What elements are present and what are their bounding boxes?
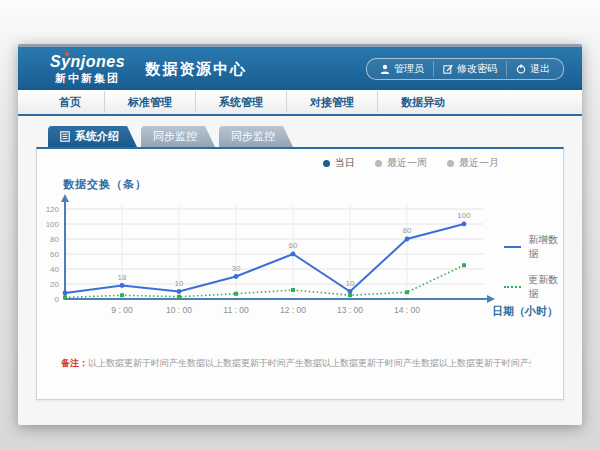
x-tick-label: 11 : 00	[223, 305, 249, 315]
chart-panel: 当日 最近一周 最近一月 数据交换（条） 0204060801001209 : …	[36, 147, 564, 400]
user-icon	[380, 64, 390, 74]
chart-area: 0204060801001209 : 0010 : 0011 : 0012 : …	[35, 193, 509, 327]
y-axis-arrow-icon	[61, 194, 69, 202]
radio-last-week-label: 最近一周	[387, 156, 427, 170]
time-range-radio-group: 当日 最近一周 最近一月	[323, 156, 499, 170]
legend-item-new-data: 新增数据	[504, 233, 563, 261]
admin-user-label: 管理员	[394, 62, 424, 76]
tab-system-intro[interactable]: 系统介绍	[48, 126, 137, 147]
radio-last-month[interactable]: 最近一月	[447, 156, 499, 170]
footnote-text: 以上数据更新于时间产生数据以上数据更新于时间产生数据以上数据更新于时间产生数据以…	[88, 358, 531, 368]
y-tick-label: 40	[50, 265, 59, 274]
brand-logo-accent-dot	[65, 52, 69, 56]
y-tick-label: 20	[50, 280, 59, 289]
y-tick-label: 0	[55, 295, 60, 304]
brand-logo-cn: 新中新集团	[50, 73, 125, 84]
content-area: 系统介绍 同步监控 同步监控 当日 最近一周	[18, 116, 582, 400]
radio-last-week[interactable]: 最近一周	[375, 156, 427, 170]
nav-item-interface-mgmt[interactable]: 对接管理	[286, 91, 377, 113]
document-icon	[60, 131, 70, 142]
data-point	[348, 289, 353, 294]
data-point	[120, 283, 125, 288]
data-point	[291, 252, 296, 257]
x-tick-label: 9 : 00	[111, 305, 133, 315]
legend-line-dotted-icon	[504, 286, 521, 288]
nav-item-system-mgmt[interactable]: 系统管理	[195, 91, 286, 113]
brand-logo-en: Synjones	[50, 54, 125, 70]
page-title: 数据资源中心	[145, 58, 247, 79]
data-point-label: 30	[232, 264, 241, 273]
radio-today[interactable]: 当日	[323, 156, 355, 170]
x-tick-label: 12 : 00	[280, 305, 306, 315]
chart-legend: 新增数据 更新数据	[504, 233, 563, 301]
app-window: Synjones 新中新集团 数据资源中心 管理员 修改密码	[18, 44, 582, 425]
data-point	[462, 263, 466, 267]
tab-sync-monitor-2-label: 同步监控	[231, 126, 275, 147]
footnote: 备注：以上数据更新于时间产生数据以上数据更新于时间产生数据以上数据更新于时间产生…	[61, 357, 531, 370]
legend-updated-data-label: 更新数据	[528, 273, 563, 301]
data-point	[462, 222, 467, 227]
footnote-prefix: 备注：	[61, 358, 88, 368]
nav-item-standard-mgmt[interactable]: 标准管理	[104, 91, 195, 113]
data-point-label: 80	[403, 226, 412, 235]
logout-button[interactable]: 退出	[506, 61, 559, 77]
data-point	[120, 293, 124, 297]
x-axis-title: 日期（小时）	[492, 304, 558, 319]
radio-dot-icon	[447, 160, 454, 167]
data-point	[348, 293, 352, 297]
radio-dot-icon	[323, 160, 330, 167]
data-point	[63, 296, 67, 300]
data-point	[291, 288, 295, 292]
legend-line-solid-icon	[504, 246, 521, 248]
data-point	[63, 291, 68, 296]
tab-sync-monitor-1-label: 同步监控	[153, 126, 197, 147]
legend-item-updated-data: 更新数据	[504, 273, 563, 301]
y-tick-label: 120	[46, 205, 60, 214]
data-point-label: 100	[457, 211, 471, 220]
legend-new-data-label: 新增数据	[528, 233, 563, 261]
x-axis-arrow-icon	[487, 295, 495, 303]
main-nav: 首页 标准管理 系统管理 对接管理 数据异动	[18, 90, 582, 116]
admin-user-button[interactable]: 管理员	[371, 61, 433, 77]
data-point	[234, 292, 238, 296]
radio-last-month-label: 最近一月	[459, 156, 499, 170]
data-point	[177, 295, 181, 299]
change-password-label: 修改密码	[457, 62, 497, 76]
nav-item-home[interactable]: 首页	[36, 91, 104, 113]
data-point	[405, 290, 409, 294]
user-toolbar: 管理员 修改密码 退出	[366, 58, 564, 80]
radio-today-label: 当日	[335, 156, 355, 170]
data-point	[234, 274, 239, 279]
y-axis-title: 数据交换（条）	[63, 177, 147, 192]
x-tick-label: 14 : 00	[394, 305, 420, 315]
app-header: Synjones 新中新集团 数据资源中心 管理员 修改密码	[18, 47, 582, 90]
power-icon	[516, 64, 526, 74]
nav-item-data-change[interactable]: 数据异动	[377, 91, 468, 113]
radio-dot-icon	[375, 160, 382, 167]
tab-system-intro-label: 系统介绍	[75, 126, 119, 147]
brand-logo: Synjones 新中新集团	[50, 54, 125, 84]
data-point-label: 60	[289, 241, 298, 250]
y-tick-label: 80	[50, 235, 59, 244]
x-tick-label: 13 : 00	[337, 305, 363, 315]
edit-icon	[443, 64, 453, 74]
line-chart: 0204060801001209 : 0010 : 0011 : 0012 : …	[35, 193, 509, 327]
x-tick-label: 10 : 00	[166, 305, 192, 315]
tab-bar: 系统介绍 同步监控 同步监控	[48, 126, 564, 147]
logout-label: 退出	[530, 62, 550, 76]
data-point-label: 18	[118, 273, 127, 282]
change-password-button[interactable]: 修改密码	[433, 61, 506, 77]
data-point	[405, 237, 410, 242]
desktop-backdrop: { "header": { "logo_en": "Synjones", "lo…	[0, 0, 600, 450]
tab-sync-monitor-1[interactable]: 同步监控	[141, 126, 215, 147]
data-point-label: 10	[175, 279, 184, 288]
tab-sync-monitor-2[interactable]: 同步监控	[219, 126, 293, 147]
brand-logo-text: Synjones	[50, 53, 125, 70]
y-tick-label: 100	[46, 220, 60, 229]
data-point-label: 10	[346, 279, 355, 288]
data-point	[177, 289, 182, 294]
y-tick-label: 60	[50, 250, 59, 259]
